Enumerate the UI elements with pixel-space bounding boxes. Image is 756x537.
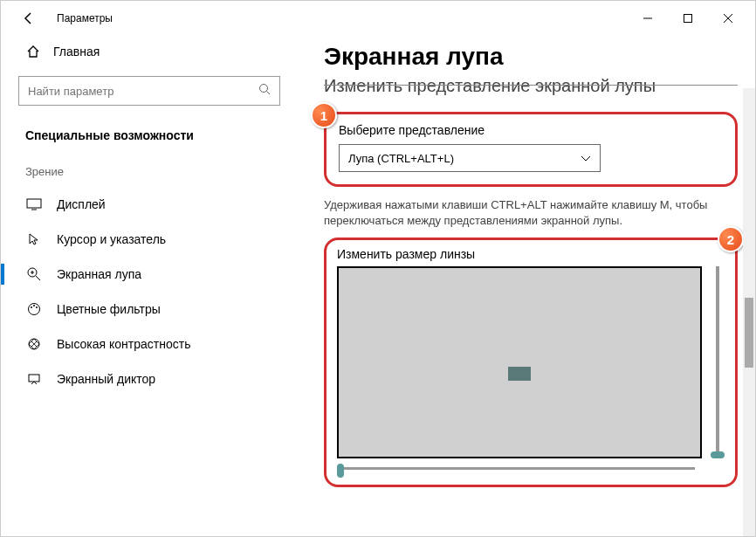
- group-vision: Зрение: [18, 165, 280, 187]
- home-label: Главная: [53, 45, 100, 59]
- close-button[interactable]: [708, 4, 748, 32]
- display-icon: [25, 198, 43, 210]
- sidebar-item-color-filters[interactable]: Цветные фильтры: [18, 292, 280, 327]
- sidebar-item-high-contrast[interactable]: Высокая контрастность: [18, 327, 280, 361]
- annotation-badge-1: 1: [311, 102, 337, 128]
- annotation-badge-2: 2: [718, 226, 744, 252]
- sidebar-item-label: Экранный диктор: [57, 372, 155, 386]
- hint-text: Удерживая нажатыми клавиши CTRL+ALT нажи…: [324, 197, 738, 229]
- sidebar: Главная Специальные возможности Зрение Д…: [1, 36, 298, 536]
- maximize-icon: [684, 14, 692, 23]
- minimize-button[interactable]: [628, 4, 668, 32]
- minimize-icon: [643, 14, 652, 23]
- chevron-down-icon: [581, 152, 591, 165]
- back-button[interactable]: [15, 4, 43, 32]
- slider-track: [337, 467, 695, 470]
- contrast-icon: [25, 337, 43, 351]
- sidebar-item-label: Высокая контрастность: [57, 337, 190, 351]
- svg-point-15: [36, 306, 38, 308]
- callout-lens-size: 2 Изменить размер линзы: [324, 238, 738, 487]
- sidebar-item-label: Цветные фильтры: [57, 302, 161, 316]
- titlebar: Параметры: [1, 1, 755, 36]
- window-title: Параметры: [57, 12, 113, 24]
- svg-line-5: [267, 92, 271, 95]
- scroll-thumb[interactable]: [745, 298, 753, 368]
- home-icon: [25, 45, 41, 59]
- maximize-button[interactable]: [668, 4, 708, 32]
- select-value: Лупа (CTRL+ALT+L): [348, 152, 454, 165]
- section-title: Специальные возможности: [18, 123, 280, 165]
- select-label: Выберите представление: [339, 123, 723, 137]
- page-subheading: Изменить представление экранной лупы: [324, 76, 738, 96]
- lens-height-slider[interactable]: [711, 266, 725, 458]
- view-select[interactable]: Лупа (CTRL+ALT+L): [339, 144, 601, 172]
- lens-preview: [337, 266, 702, 458]
- palette-icon: [25, 302, 43, 316]
- slider-track: [716, 266, 719, 458]
- callout-view-select: 1 Выберите представление Лупа (CTRL+ALT+…: [324, 112, 738, 187]
- sidebar-item-narrator[interactable]: Экранный диктор: [18, 361, 280, 396]
- svg-rect-1: [684, 15, 692, 23]
- close-icon: [724, 14, 732, 23]
- arrow-left-icon: [22, 11, 36, 25]
- slider-thumb[interactable]: [337, 464, 344, 478]
- magnifier-icon: [25, 267, 43, 281]
- scrollbar[interactable]: [743, 88, 755, 536]
- cursor-icon: [25, 232, 43, 246]
- sidebar-item-magnifier[interactable]: Экранная лупа: [18, 257, 280, 292]
- lens-handle[interactable]: [508, 367, 531, 381]
- search-input[interactable]: [28, 85, 271, 98]
- search-box[interactable]: [18, 76, 280, 106]
- home-link[interactable]: Главная: [18, 36, 280, 67]
- sidebar-item-label: Экранная лупа: [57, 267, 141, 281]
- lens-width-slider[interactable]: [337, 464, 725, 474]
- lens-label: Изменить размер линзы: [337, 247, 725, 261]
- svg-point-13: [31, 306, 32, 308]
- content-pane: Экранная лупа Изменить представление экр…: [298, 36, 755, 536]
- svg-rect-6: [27, 199, 41, 208]
- slider-thumb[interactable]: [711, 451, 725, 458]
- page-heading: Экранная лупа: [324, 43, 738, 71]
- svg-line-9: [36, 276, 40, 280]
- sidebar-item-label: Дисплей: [57, 197, 106, 211]
- search-icon: [258, 83, 271, 99]
- sidebar-item-display[interactable]: Дисплей: [18, 187, 280, 222]
- narrator-icon: [25, 372, 43, 386]
- svg-point-4: [260, 85, 268, 93]
- svg-rect-17: [29, 375, 39, 382]
- sidebar-item-label: Курсор и указатель: [57, 232, 166, 246]
- sidebar-item-cursor[interactable]: Курсор и указатель: [18, 222, 280, 257]
- svg-point-14: [33, 305, 35, 306]
